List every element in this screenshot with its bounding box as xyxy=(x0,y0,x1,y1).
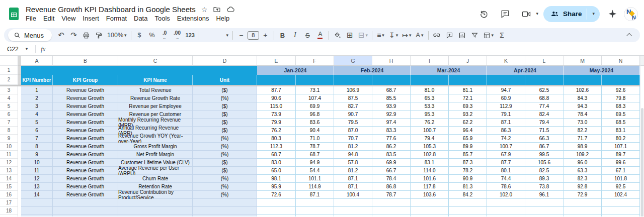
cell-E14[interactable]: 98.1 xyxy=(257,175,296,183)
cell-H16[interactable]: 78.7 xyxy=(372,191,411,199)
font-family-select[interactable]: ▾ xyxy=(201,29,230,41)
cell-A17[interactable] xyxy=(21,199,53,207)
cell-M14[interactable]: 82.3 xyxy=(564,175,602,183)
cell-E10[interactable]: 112.3 xyxy=(257,143,296,151)
cell-A9[interactable]: 7 xyxy=(21,135,53,143)
row-header-19[interactable]: 19 xyxy=(0,215,18,216)
cell-K12[interactable]: 87.7 xyxy=(487,159,525,167)
format-currency-button[interactable]: $ xyxy=(133,29,146,41)
cell-M16[interactable]: 72.9 xyxy=(564,191,602,199)
column-header-I[interactable]: I xyxy=(411,56,449,66)
italic-button[interactable]: I xyxy=(289,29,301,41)
text-rotation-button[interactable]: A▾ xyxy=(414,29,426,41)
menu-tools[interactable]: Tools xyxy=(151,14,173,23)
document-title[interactable]: Revenue Growth KPI Dashboard in Google S… xyxy=(26,5,196,14)
cell-A1[interactable] xyxy=(21,66,257,75)
cell-L18[interactable] xyxy=(525,207,564,215)
cell-B2[interactable]: KPI Group xyxy=(53,75,118,85)
cell-A5[interactable]: 3 xyxy=(21,102,53,111)
cell-B5[interactable]: Revenue Growth xyxy=(53,102,118,111)
column-header-L[interactable]: L xyxy=(525,56,564,66)
cloud-saved-icon[interactable] xyxy=(226,5,235,14)
cell-H13[interactable]: 66.7 xyxy=(372,167,411,175)
cell-F18[interactable] xyxy=(296,207,334,215)
cell-K8[interactable]: 86.3 xyxy=(487,127,525,135)
cell-J18[interactable] xyxy=(449,207,487,215)
bold-button[interactable]: B xyxy=(276,29,289,41)
cell-J10[interactable]: 89.9 xyxy=(449,143,487,151)
cell-N15[interactable]: 92.5 xyxy=(602,183,640,191)
column-header-K[interactable]: K xyxy=(487,56,525,66)
scrollbar-thumb[interactable] xyxy=(641,108,643,216)
cell-K9[interactable]: 74.2 xyxy=(487,135,525,143)
insert-comment-button[interactable] xyxy=(443,29,456,41)
cell-N6[interactable]: 69.5 xyxy=(602,111,640,119)
zoom-select[interactable]: 100%▾ xyxy=(105,29,129,41)
cell-L13[interactable]: 82.5 xyxy=(525,167,564,175)
menu-data[interactable]: Data xyxy=(130,14,151,23)
cell-E18[interactable] xyxy=(257,207,296,215)
cell-L14[interactable]: 89.3 xyxy=(525,175,564,183)
cell-A19[interactable] xyxy=(21,215,53,216)
cell-N4[interactable]: 79.8 xyxy=(602,94,640,102)
cell-C13[interactable]: Average Revenue per User (ARPU) xyxy=(118,167,193,175)
column-header-J[interactable]: J xyxy=(449,56,487,66)
cell-L2[interactable] xyxy=(525,75,564,85)
cell-K13[interactable]: 80.1 xyxy=(487,167,525,175)
vertical-align-button[interactable]: ↧▾ xyxy=(387,29,400,41)
month-header-cell-M1[interactable]: May-2024 xyxy=(564,66,640,75)
star-icon[interactable]: ☆ xyxy=(201,6,208,14)
cell-F6[interactable]: 96.8 xyxy=(296,111,334,119)
cell-G4[interactable]: 87.5 xyxy=(334,94,372,102)
cell-K6[interactable]: 79.1 xyxy=(487,111,525,119)
cell-L16[interactable]: 96.1 xyxy=(525,191,564,199)
cell-M3[interactable]: 102.6 xyxy=(564,86,602,94)
create-filter-button[interactable] xyxy=(468,29,481,41)
format-percent-button[interactable]: % xyxy=(146,29,158,41)
cell-M9[interactable]: 71.7 xyxy=(564,135,602,143)
share-button[interactable]: Share ▾ xyxy=(543,6,600,22)
undo-button[interactable]: ↶ xyxy=(55,29,67,41)
horizontal-align-button[interactable]: ≡▾ xyxy=(374,29,387,41)
cell-C9[interactable]: Revenue Growth YOY (Year-over-Year) xyxy=(118,135,193,143)
cell-C17[interactable] xyxy=(118,199,193,207)
increase-font-size-button[interactable]: + xyxy=(259,29,272,41)
cell-I10[interactable]: 105.3 xyxy=(411,143,449,151)
cell-J5[interactable]: 69.3 xyxy=(449,102,487,111)
cell-A15[interactable]: 13 xyxy=(21,183,53,191)
cell-L11[interactable]: 99.5 xyxy=(525,151,564,159)
cell-C5[interactable]: Revenue per Employee xyxy=(118,102,193,111)
search-menus-button[interactable]: Menus xyxy=(8,29,52,41)
cell-F9[interactable]: 71.0 xyxy=(296,135,334,143)
row-header-4[interactable]: 4 xyxy=(0,94,18,102)
cell-G17[interactable] xyxy=(334,199,372,207)
cell-C11[interactable]: Net Profit Margin xyxy=(118,151,193,159)
column-header-E[interactable]: E xyxy=(257,56,296,66)
cell-N11[interactable]: 89.7 xyxy=(602,151,640,159)
cell-D14[interactable]: (%) xyxy=(193,175,257,183)
cell-L10[interactable]: 86.7 xyxy=(525,143,564,151)
cell-D3[interactable]: ($) xyxy=(193,86,257,94)
cell-C10[interactable]: Gross Profit Margin xyxy=(118,143,193,151)
decrease-decimal-button[interactable]: .0← xyxy=(158,29,171,41)
cell-G16[interactable]: 100.4 xyxy=(334,191,372,199)
row-header-12[interactable]: 12 xyxy=(0,159,18,167)
cell-D17[interactable] xyxy=(193,199,257,207)
column-header-G[interactable]: G xyxy=(334,56,372,66)
cell-C16[interactable]: Revenue Contribution by Product/Service xyxy=(118,191,193,199)
cell-H14[interactable]: 78.4 xyxy=(372,175,411,183)
cell-I3[interactable]: 81.0 xyxy=(411,86,449,94)
cell-D2[interactable]: Unit xyxy=(193,75,257,85)
cell-E7[interactable]: 79.9 xyxy=(257,119,296,127)
google-sheets-logo[interactable] xyxy=(7,7,21,21)
cell-K19[interactable] xyxy=(487,215,525,216)
cell-I9[interactable]: 79.4 xyxy=(411,135,449,143)
text-color-button[interactable]: A xyxy=(314,29,327,41)
cell-E3[interactable]: 87.7 xyxy=(257,86,296,94)
name-box[interactable]: G22 ▾ xyxy=(0,46,32,53)
cell-N10[interactable]: 107.1 xyxy=(602,143,640,151)
cell-B14[interactable]: Revenue Growth xyxy=(53,175,118,183)
column-header-H[interactable]: H xyxy=(372,56,411,66)
menu-extensions[interactable]: Extensions xyxy=(174,14,213,23)
cell-F8[interactable]: 90.4 xyxy=(296,127,334,135)
